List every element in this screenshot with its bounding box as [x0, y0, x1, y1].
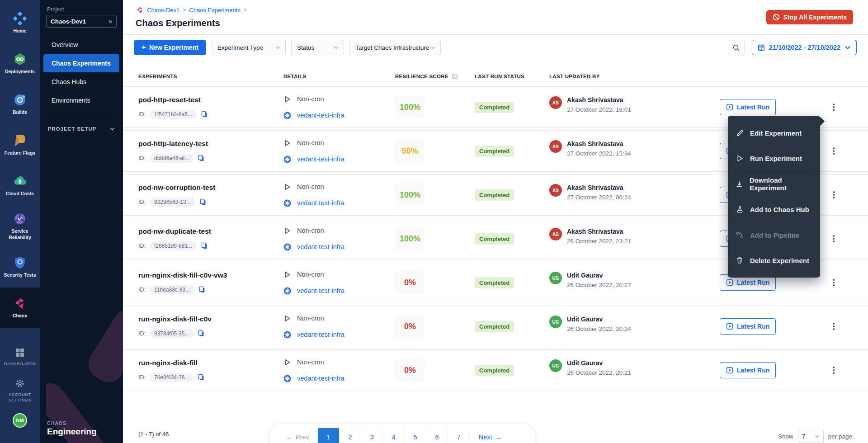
page-button-3[interactable]: 3	[361, 428, 382, 443]
breadcrumb-link[interactable]: Chaos-Dev1	[147, 7, 179, 14]
no-entry-icon	[773, 14, 780, 21]
user-avatar[interactable]: NM	[13, 413, 27, 428]
date-range-picker[interactable]: 21/10/2022 - 27/10/2022	[752, 40, 857, 55]
page-button-1[interactable]: 1	[317, 428, 339, 443]
sidebar-item-deployments[interactable]: Deployments	[0, 43, 40, 84]
row-menu-button[interactable]	[830, 101, 838, 113]
row-menu-button[interactable]	[830, 320, 838, 333]
menu-item-edit-experiment[interactable]: Edit Experiment	[728, 120, 820, 146]
experiment-name[interactable]: run-nginx-disk-fill-c0v-vw3	[138, 271, 283, 279]
updated-by-name: Udit Gaurav	[567, 359, 631, 367]
experiment-name[interactable]: pod-nw-duplicate-test	[138, 227, 283, 236]
page-button-6[interactable]: 6	[426, 428, 448, 443]
infrastructure-link[interactable]: vedant-test-infra	[297, 287, 344, 294]
info-icon[interactable]	[452, 73, 458, 80]
avatar: AS	[549, 140, 562, 153]
copy-icon[interactable]	[198, 286, 206, 293]
sidebar-item-security-tests[interactable]: Security Tests	[0, 247, 40, 287]
project-selector[interactable]: Chaos-Dev1 »	[46, 15, 117, 28]
status-badge: Completed	[475, 146, 514, 157]
sidebar-item-account-settings[interactable]: ACCOUNT SETTINGS	[0, 373, 40, 407]
col-last-updated-by: LAST UPDATED BY	[549, 74, 720, 79]
infrastructure-link[interactable]: vedant-test-infra	[297, 375, 344, 382]
updated-date: 26 October 2022, 20:24	[567, 325, 631, 332]
latest-run-button[interactable]: Latest Run	[720, 99, 776, 115]
breadcrumb-link[interactable]: Chaos Experiments	[189, 7, 240, 14]
sidebar-item-chaos[interactable]: Chaos	[0, 287, 40, 328]
filter-dropdown-status[interactable]: Status	[291, 40, 344, 55]
status-badge: Completed	[475, 102, 514, 113]
sidebar-item-builds[interactable]: Builds	[0, 84, 40, 125]
menu-item-delete-experiment[interactable]: Delete Experiment	[728, 248, 820, 273]
copy-icon[interactable]	[198, 374, 205, 381]
page-title: Chaos Experiments	[136, 18, 855, 28]
infrastructure-link[interactable]: vedant-test-infra	[297, 243, 344, 250]
menu-item-download-experiment[interactable]: Download Experiment	[728, 171, 820, 197]
experiment-id: db8d6a46-af...	[150, 154, 193, 163]
new-experiment-button[interactable]: + New Experiment	[134, 40, 206, 55]
latest-run-button[interactable]: Latest Run	[720, 362, 776, 378]
id-label: ID:	[138, 374, 146, 381]
per-page-select[interactable]: 7	[798, 430, 824, 443]
sidebar-item-cloud-costs[interactable]: $ Cloud Costs	[0, 165, 40, 206]
sidebar-item-dashboards[interactable]: DASHBOARDS	[0, 340, 40, 373]
sidebar-item-chaos-hubs[interactable]: Chaos Hubs	[43, 73, 119, 91]
row-menu-button[interactable]	[830, 189, 838, 201]
row-menu-button[interactable]	[830, 232, 838, 245]
page-header: Chaos-Dev1>Chaos Experiments> Chaos Expe…	[123, 0, 868, 35]
avatar: AS	[549, 96, 562, 109]
copy-icon[interactable]	[199, 198, 207, 206]
sidebar-item-environments[interactable]: Environments	[43, 91, 119, 109]
experiment-name[interactable]: pod-http-latency-test	[138, 140, 283, 148]
stop-all-experiments-button[interactable]: Stop All Experiments	[766, 10, 853, 24]
row-menu-button[interactable]	[830, 364, 838, 377]
updated-date: 26 October 2022, 23:21	[567, 238, 631, 245]
per-page-label: per page	[828, 433, 852, 440]
infrastructure-link[interactable]: vedant-test-infra	[297, 112, 344, 119]
latest-run-button[interactable]: Latest Run	[720, 318, 776, 335]
copy-icon[interactable]	[201, 111, 208, 118]
copy-icon[interactable]	[201, 242, 208, 250]
breadcrumb: Chaos-Dev1>Chaos Experiments>	[136, 6, 855, 14]
updated-by-name: Akash Shrivastava	[567, 228, 631, 235]
infrastructure-link[interactable]: vedant-test-infra	[297, 331, 344, 338]
filter-dropdown-target-chaos-infrastructure[interactable]: Target Chaos Infrastructure	[349, 40, 441, 55]
security-tests-icon	[13, 256, 27, 269]
filter-dropdown-experiment-type[interactable]: Experiment Type	[212, 40, 286, 55]
experiment-name[interactable]: pod-nw-corruption-test	[138, 184, 283, 192]
page-button-7[interactable]: 7	[448, 428, 469, 443]
experiment-name[interactable]: pod-http-reset-test	[138, 96, 283, 104]
infrastructure-link[interactable]: vedant-test-infra	[297, 199, 344, 207]
next-page-button[interactable]: Next →	[469, 434, 511, 441]
copy-icon[interactable]	[198, 330, 205, 337]
page-button-2[interactable]: 2	[339, 428, 361, 443]
menu-item-add-to-chaos-hub[interactable]: Add to Chaos Hub	[728, 197, 820, 222]
menu-item-run-experiment[interactable]: Run Experiment	[728, 146, 820, 171]
search-button[interactable]	[728, 40, 745, 55]
sidebar-item-home[interactable]: Home	[0, 3, 40, 43]
avatar: UG	[549, 316, 562, 328]
experiment-name[interactable]: run-nginx-disk-fill-c0v	[138, 315, 283, 323]
expand-project-icon[interactable]: »	[108, 18, 112, 25]
infrastructure-link[interactable]: vedant-test-infra	[297, 156, 344, 163]
row-menu-button[interactable]	[830, 276, 838, 289]
sidebar-item-service-reliability[interactable]: Service Reliability	[0, 206, 40, 247]
latest-run-label: Latest Run	[737, 367, 769, 374]
sidebar-item-chaos-experiments[interactable]: Chaos Experiments	[43, 54, 119, 72]
main-content: Chaos-Dev1>Chaos Experiments> Chaos Expe…	[123, 0, 868, 443]
sidebar-item-overview[interactable]: Overview	[43, 36, 119, 54]
page-button-5[interactable]: 5	[404, 428, 426, 443]
project-setup-toggle[interactable]: PROJECT SETUP	[40, 126, 123, 132]
cloud-costs-icon: $	[13, 174, 27, 188]
updated-by-name: Udit Gaurav	[567, 272, 631, 279]
page-button-4[interactable]: 4	[382, 428, 404, 443]
experiment-id: 76e8f434-76...	[150, 373, 193, 382]
module-label: Chaos	[11, 313, 28, 319]
latest-run-label: Latest Run	[737, 104, 769, 111]
chevron-down-icon	[334, 46, 339, 49]
sidebar-item-feature-flags[interactable]: Feature Flags	[0, 125, 40, 165]
experiment-name[interactable]: run-nginx-disk-fill	[138, 359, 283, 367]
copy-icon[interactable]	[198, 155, 205, 162]
prev-page-button[interactable]: ← Prev	[278, 434, 317, 441]
row-menu-button[interactable]	[830, 145, 838, 157]
